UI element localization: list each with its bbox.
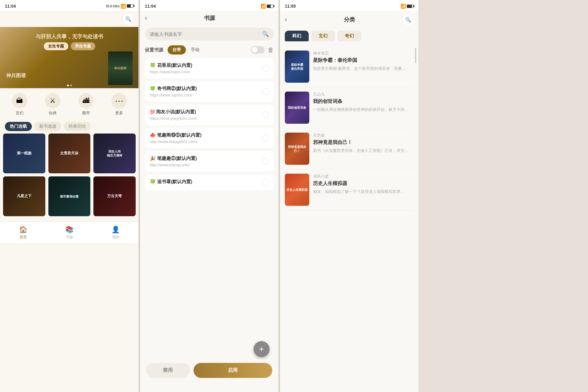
category-header: ‹ 分类 🔍	[280, 11, 419, 28]
source-emoji-1: 🍀	[150, 86, 156, 92]
genre-tab-sci[interactable]: 科幻	[285, 31, 309, 41]
wifi-icon-category: 📶	[401, 4, 406, 9]
source-url-2: https://sma.yueyouxs.com/	[150, 116, 262, 121]
book-tabs: 热门连载 新书速递 经典完结	[0, 119, 139, 134]
tab-new[interactable]: 新书速递	[34, 122, 61, 131]
category-title: 分类	[344, 16, 355, 23]
source-radio-5[interactable]	[262, 179, 269, 186]
cat-icon-xuanhuan: 🏔	[12, 93, 27, 108]
book-card-1[interactable]: 太荒吞天诀	[48, 134, 91, 173]
source-item-0[interactable]: 🍀 花香居(默认内置) https://www.hxjxs.com/	[145, 58, 274, 78]
tab-classic[interactable]: 经典完结	[64, 122, 91, 131]
source-radio-3[interactable]	[262, 135, 269, 141]
toggle-switch[interactable]	[251, 46, 265, 54]
source-list: 🍀 花香居(默认内置) https://www.hxjxs.com/ 🍀 奇书网…	[140, 58, 279, 193]
source-bottom-actions: 禁用 启用	[140, 360, 278, 381]
status-bar-home: 11:04 95.8 KB/s 📶	[0, 0, 138, 11]
source-info-0: 🍀 花香居(默认内置) https://www.hxjxs.com/	[150, 62, 262, 74]
book-cover-text-3: 凡星之下	[3, 176, 45, 216]
source-radio-0[interactable]	[262, 65, 269, 72]
source-url-3: http://www.biquge001.com/	[150, 139, 262, 144]
book-list-item-1[interactable]: 我的创世词条 九山九 我的创世词条 一切都从周业偶然获得创世神的权柄开始，赋予不…	[285, 87, 414, 128]
source-radio-4[interactable]	[262, 158, 269, 165]
nav-home-icon: 🏠	[19, 226, 27, 234]
source-emoji-5: 🍀	[150, 179, 156, 185]
back-button-category[interactable]: ‹	[285, 16, 287, 24]
source-toolbar: 设置书源 自带 手动 🗑	[140, 43, 279, 58]
book-cover-text-2: 我在人间镇压万佛神	[93, 134, 136, 173]
cat-xianxia[interactable]: ⚔ 仙侠	[45, 93, 60, 116]
source-radio-2[interactable]	[262, 111, 269, 118]
nav-shelf[interactable]: 📚 书架	[65, 226, 74, 240]
source-title: 书源	[204, 14, 215, 22]
source-emoji-3: 🍁	[150, 132, 156, 138]
nav-profile[interactable]: 👤 我的	[111, 226, 120, 240]
book-card-3[interactable]: 凡星之下	[3, 176, 45, 216]
source-name-1: 🍀 奇书网②(默认内置)	[150, 86, 262, 92]
toggle-manual[interactable]: 手动	[186, 45, 204, 55]
book-card-0[interactable]: 第一眠族	[3, 134, 45, 173]
delete-icon[interactable]: 🗑	[268, 47, 274, 54]
source-search-input[interactable]	[150, 32, 260, 37]
cover-text-1: 我的创世词条	[285, 92, 309, 124]
book-cover-text-5: 万古天穹	[93, 176, 136, 216]
book-list-item-3[interactable]: 历史人生模拟器 清风小盗 历史人生模拟器 朋友，福报模拟了解一下？路登进入福报模…	[285, 169, 414, 210]
book-card-4[interactable]: 都市最强仙儒	[48, 176, 91, 216]
source-url-1: https://www.1qishu.com/	[150, 93, 262, 97]
book-cover-text-4: 都市最强仙儒	[48, 176, 91, 216]
nav-home[interactable]: 🏠 首页	[19, 226, 27, 240]
tab-hot[interactable]: 热门连载	[5, 122, 32, 131]
book-info-1: 九山九 我的创世词条 一切都从周业偶然获得创世神的权柄开始，赋予不同…	[313, 92, 414, 124]
banner-tags: 女生专题 男生专题	[44, 42, 95, 50]
tag-female[interactable]: 女生专题	[44, 42, 68, 50]
btn-enable[interactable]: 启用	[194, 363, 272, 378]
source-info-1: 🍀 奇书网②(默认内置) https://www.1qishu.com/	[150, 86, 262, 97]
fab-add[interactable]: +	[254, 341, 270, 357]
toggle-switch-inner	[252, 47, 258, 53]
genre-tab-xuan[interactable]: 玄幻	[311, 31, 335, 41]
book-desc-1: 一切都从周业偶然获得创世神的权柄开始，赋予不同…	[313, 107, 414, 113]
search-button-home[interactable]: 🔍	[123, 13, 134, 24]
toggle-builtin[interactable]: 自带	[168, 45, 186, 55]
tag-male[interactable]: 男生专题	[71, 42, 95, 50]
source-item-3[interactable]: 🍁 笔趣阁⑲⑤(默认内置) http://www.biquge001.com/	[145, 128, 274, 148]
book-card-5[interactable]: 万古天穹	[93, 176, 136, 216]
book-list-item-0[interactable]: 星际争霸泰伦帝国 楠木笔芯 星际争霸：泰伦帝国 我是奥古斯都·蒙斯克，这个新帝国…	[285, 46, 414, 87]
category-screen: ‹ 分类 🔍 科幻 玄幻 奇幻 星际争霸泰伦帝国 楠木笔芯 星	[280, 11, 419, 392]
book-title-1: 我的创世词条	[313, 98, 414, 105]
cat-label-more: 更多	[115, 110, 123, 116]
source-name-2: 💯 阅友小说(默认内置)	[150, 109, 262, 115]
background-fill	[419, 0, 588, 392]
source-name-4: 🎉 笔趣趣②(默认内置)	[150, 156, 262, 161]
cat-label-xuanhuan: 玄幻	[16, 110, 24, 116]
phone-home: 11:04 95.8 KB/s 📶 🔍 与肝胆人共事，无字句处读书 女生专题 男…	[0, 0, 139, 392]
banner-dots	[67, 85, 72, 86]
banner-book[interactable]: 神兵图谱	[108, 51, 133, 85]
source-name-3: 🍁 笔趣阁⑲⑤(默认内置)	[150, 132, 262, 138]
cat-dushi[interactable]: 🏙 都市	[78, 93, 94, 116]
source-item-5[interactable]: 🍀 追书看(默认内置)	[145, 175, 274, 190]
source-search-bar[interactable]: 🔍	[145, 28, 274, 40]
source-radio-1[interactable]	[262, 88, 269, 95]
nav-profile-label: 我的	[112, 235, 119, 240]
source-info-5: 🍀 追书看(默认内置)	[150, 179, 262, 186]
search-button-category[interactable]: 🔍	[403, 14, 414, 25]
time-source: 11:04	[145, 4, 156, 9]
banner-book-text: 神兵图谱	[114, 66, 126, 70]
source-header: ‹ 书源	[140, 11, 279, 25]
btn-disable[interactable]: 禁用	[146, 363, 190, 378]
source-search-row: 🔍	[140, 25, 279, 43]
cover-text-2: 邪神竟是我自己！	[285, 133, 309, 165]
source-item-1[interactable]: 🍀 奇书网②(默认内置) https://www.1qishu.com/	[145, 81, 274, 102]
book-list-item-2[interactable]: 邪神竟是我自己！ 吴杰超 邪神竟是我自己！ 新书《从低魔世界归来，先做人工智能》…	[285, 128, 414, 169]
cat-xuanhuan[interactable]: 🏔 玄幻	[12, 93, 27, 116]
cat-more[interactable]: ⋯ 更多	[111, 93, 127, 116]
source-item-2[interactable]: 💯 阅友小说(默认内置) https://sma.yueyouxs.com/	[145, 105, 274, 125]
bottom-nav: 🏠 首页 📚 书架 👤 我的	[0, 222, 139, 243]
banner-text: 与肝胆人共事，无字句处读书	[36, 33, 103, 40]
back-button-source[interactable]: ‹	[145, 14, 147, 22]
source-item-4[interactable]: 🎉 笔趣趣②(默认内置) http://www.biququ.info/	[145, 151, 274, 172]
genre-tab-qi[interactable]: 奇幻	[337, 31, 361, 41]
book-card-2[interactable]: 我在人间镇压万佛神	[93, 134, 136, 173]
status-icons-source: 📶	[261, 4, 273, 9]
